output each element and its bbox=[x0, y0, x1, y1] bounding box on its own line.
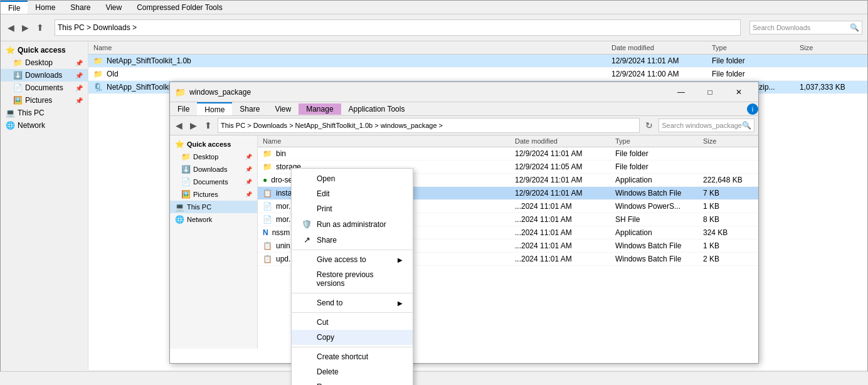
ctx-send-to[interactable]: Send to ▶ bbox=[292, 295, 413, 310]
bg-desktop-pin: 📌 bbox=[75, 60, 83, 66]
table-row[interactable]: 📁 NetApp_ShiftToolkit_1.0b 12/9/2024 11:… bbox=[88, 55, 867, 68]
bg-search-bar[interactable]: Search Downloads 🔍 bbox=[749, 21, 862, 34]
fg-tab-home[interactable]: Home bbox=[197, 102, 232, 115]
fg-address-path: This PC > Downloads > NetApp_ShiftToolki… bbox=[221, 122, 443, 129]
fg-desktop-label: Desktop bbox=[193, 153, 218, 161]
fg-back-button[interactable]: ◀ bbox=[174, 120, 184, 130]
bg-sidebar-desktop[interactable]: 📁 Desktop 📌 bbox=[1, 56, 88, 69]
fg-tab-file[interactable]: File bbox=[170, 102, 197, 115]
bg-sidebar-quick-access[interactable]: ⭐ Quick access bbox=[1, 44, 88, 56]
ctx-run-as-admin[interactable]: 🛡️ Run as administrator bbox=[292, 216, 413, 232]
fg-close-button[interactable]: ✕ bbox=[724, 82, 753, 102]
bg-quick-access-label: Quick access bbox=[18, 46, 66, 55]
fg-forward-button[interactable]: ▶ bbox=[188, 120, 199, 130]
bg-sidebar-this-pc[interactable]: 💻 This PC bbox=[1, 107, 88, 119]
bg-file-icon-1: 📁 bbox=[93, 70, 103, 78]
bg-col-type: Type bbox=[712, 44, 800, 51]
table-row[interactable]: 📁 Old 12/9/2024 11:00 AM File folder bbox=[88, 68, 867, 81]
fg-minimize-button[interactable]: — bbox=[667, 82, 696, 102]
fg-search-icon: 🔍 bbox=[742, 121, 751, 130]
fg-sidebar-network[interactable]: 🌐 Network bbox=[170, 213, 257, 226]
fg-downloads-label: Downloads bbox=[193, 166, 227, 173]
fg-search-bar[interactable]: Search windows_package 🔍 bbox=[659, 119, 754, 132]
ctx-restore-versions[interactable]: Restore previous versions bbox=[292, 267, 413, 291]
fg-sidebar-documents[interactable]: 📄 Documents 📌 bbox=[170, 176, 257, 188]
bg-this-pc-label: This PC bbox=[18, 108, 45, 117]
fg-file-size-2: 222,648 KB bbox=[703, 176, 753, 184]
ctx-create-shortcut-label: Create shortcut bbox=[317, 352, 368, 361]
bg-pictures-icon: 🖼️ bbox=[13, 96, 23, 105]
ctx-separator-4 bbox=[292, 347, 413, 347]
fg-pictures-pin: 📌 bbox=[245, 191, 252, 198]
fg-file-date-0: 12/9/2024 11:01 AM bbox=[515, 149, 615, 158]
fg-file-type-2: Application bbox=[615, 176, 703, 184]
bg-up-button[interactable]: ⬆ bbox=[34, 23, 46, 33]
bg-tab-view[interactable]: View bbox=[98, 1, 129, 14]
fg-file-date-5: ...2024 11:01 AM bbox=[515, 215, 615, 224]
fg-file-date-2: 12/9/2024 11:01 AM bbox=[515, 176, 615, 184]
fg-this-pc-label: This PC bbox=[187, 203, 211, 211]
fg-tab-application-tools[interactable]: Application Tools bbox=[341, 102, 413, 115]
fg-info-icon[interactable]: i bbox=[747, 103, 758, 115]
fg-file-type-1: File folder bbox=[615, 162, 703, 171]
bg-sidebar-pictures[interactable]: 🖼️ Pictures 📌 bbox=[1, 94, 88, 107]
fg-up-button[interactable]: ⬆ bbox=[203, 120, 214, 130]
fg-window-controls: — □ ✕ bbox=[667, 82, 753, 102]
fg-sidebar-downloads[interactable]: ⬇️ Downloads 📌 bbox=[170, 163, 257, 176]
bg-documents-icon: 📄 bbox=[13, 83, 23, 92]
fg-sidebar-desktop[interactable]: 📁 Desktop 📌 bbox=[170, 150, 257, 163]
bg-forward-button[interactable]: ▶ bbox=[20, 23, 31, 33]
ctx-give-access[interactable]: Give access to ▶ bbox=[292, 252, 413, 267]
bg-search-icon: 🔍 bbox=[850, 23, 859, 32]
ctx-share[interactable]: ↗ Share bbox=[292, 232, 413, 248]
ctx-cut[interactable]: Cut bbox=[292, 315, 413, 330]
fg-sidebar-quick-access[interactable]: ⭐ Quick access bbox=[170, 138, 257, 150]
fg-file-icon-2: ● bbox=[263, 176, 267, 184]
bg-sidebar-downloads[interactable]: ⬇️ Downloads 📌 bbox=[1, 69, 88, 82]
ctx-delete-label: Delete bbox=[317, 367, 339, 376]
ctx-edit[interactable]: Edit bbox=[292, 186, 413, 201]
fg-file-icon-6: N bbox=[263, 228, 268, 237]
ctx-print[interactable]: Print bbox=[292, 201, 413, 216]
fg-tab-manage[interactable]: Manage bbox=[299, 103, 341, 115]
ctx-cut-label: Cut bbox=[317, 318, 329, 327]
fg-col-name: Name bbox=[263, 137, 515, 145]
fg-content: ⭐ Quick access 📁 Desktop 📌 ⬇️ Downloads … bbox=[170, 135, 758, 349]
bg-documents-label: Documents bbox=[25, 83, 63, 92]
bg-sidebar-network[interactable]: 🌐 Network bbox=[1, 119, 88, 132]
ctx-separator-1 bbox=[292, 250, 413, 250]
fg-file-size-6: 324 KB bbox=[703, 228, 753, 237]
fg-tab-view[interactable]: View bbox=[267, 102, 299, 115]
ctx-edit-label: Edit bbox=[317, 189, 330, 198]
bg-tab-home[interactable]: Home bbox=[28, 1, 63, 14]
ctx-share-icon: ↗ bbox=[302, 235, 312, 245]
fg-file-type-4: Windows PowerS... bbox=[615, 202, 703, 211]
ctx-create-shortcut[interactable]: Create shortcut bbox=[292, 349, 413, 364]
bg-file-size-2: 1,037,333 KB bbox=[800, 83, 862, 92]
fg-documents-label: Documents bbox=[193, 178, 228, 186]
bg-tab-file[interactable]: File bbox=[1, 1, 28, 14]
fg-maximize-button[interactable]: □ bbox=[696, 82, 724, 102]
ctx-open[interactable]: Open bbox=[292, 171, 413, 186]
bg-tab-share[interactable]: Share bbox=[63, 1, 98, 14]
bg-tab-compressed[interactable]: Compressed Folder Tools bbox=[129, 1, 230, 14]
bg-back-button[interactable]: ◀ bbox=[6, 23, 16, 33]
fg-titlebar-title: windows_package bbox=[189, 88, 667, 97]
table-row[interactable]: 📁bin 12/9/2024 11:01 AM File folder bbox=[258, 147, 758, 161]
ctx-copy[interactable]: Copy bbox=[292, 330, 413, 345]
fg-sidebar-this-pc[interactable]: 💻 This PC bbox=[170, 201, 257, 213]
fg-tab-share[interactable]: Share bbox=[232, 102, 267, 115]
ctx-rename[interactable]: Rename bbox=[292, 379, 413, 385]
ctx-delete[interactable]: Delete bbox=[292, 364, 413, 379]
fg-refresh-button[interactable]: ↻ bbox=[643, 120, 655, 130]
ctx-send-to-arrow: ▶ bbox=[398, 300, 403, 307]
bg-file-type-1: File folder bbox=[712, 70, 800, 78]
fg-file-icon-1: 📁 bbox=[263, 162, 272, 171]
fg-network-label: Network bbox=[187, 216, 212, 223]
bg-sidebar-documents[interactable]: 📄 Documents 📌 bbox=[1, 82, 88, 94]
fg-sidebar-pictures[interactable]: 🖼️ Pictures 📌 bbox=[170, 188, 257, 201]
fg-file-name-6: nssm bbox=[272, 228, 290, 237]
ctx-copy-label: Copy bbox=[317, 333, 334, 342]
bg-pictures-pin: 📌 bbox=[75, 97, 83, 104]
ctx-give-access-arrow: ▶ bbox=[398, 256, 403, 263]
